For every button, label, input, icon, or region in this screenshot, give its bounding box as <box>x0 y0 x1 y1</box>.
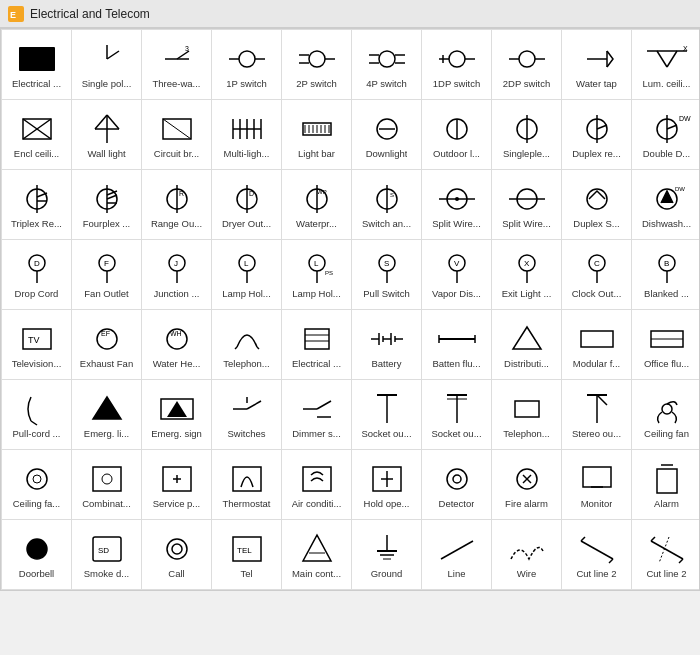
cell-label-16: Outdoor l... <box>433 148 480 159</box>
cell-label-57: Telephon... <box>503 428 549 439</box>
symbol-cell-emerg-sign[interactable]: Emerg. sign <box>142 380 212 450</box>
symbol-cell-socket-ou1[interactable]: Socket ou... <box>352 380 422 450</box>
symbol-cell-stereo-ou[interactable]: Stereo ou... <box>562 380 632 450</box>
lamp-hol1-icon: L <box>225 250 269 288</box>
symbol-cell-double-d[interactable]: DWDouble D... <box>632 100 700 170</box>
symbol-cell-switches[interactable]: Switches <box>212 380 282 450</box>
symbol-cell-vapor-dis[interactable]: VVapor Dis... <box>422 240 492 310</box>
symbol-cell-wire[interactable]: Wire <box>492 520 562 590</box>
symbol-cell-light-bar[interactable]: Light bar <box>282 100 352 170</box>
symbol-cell-circuit-br[interactable]: Circuit br... <box>142 100 212 170</box>
symbol-cell-singleple[interactable]: Singleple... <box>492 100 562 170</box>
cell-label-14: Light bar <box>298 148 335 159</box>
symbol-cell-service-p[interactable]: Service p... <box>142 450 212 520</box>
symbol-cell-multi-light[interactable]: Multi-ligh... <box>212 100 282 170</box>
symbol-cell-lamp-hol1[interactable]: LLamp Hol... <box>212 240 282 310</box>
dishwash-icon: DW <box>645 180 689 218</box>
symbol-cell-1p-switch[interactable]: 1P switch <box>212 30 282 100</box>
symbol-cell-fan-outlet[interactable]: FFan Outlet <box>72 240 142 310</box>
svg-line-211 <box>581 537 585 541</box>
blanked-icon: B <box>645 250 689 288</box>
symbol-cell-single-pole[interactable]: Single pol... <box>72 30 142 100</box>
symbol-cell-blanked[interactable]: BBlanked ... <box>632 240 700 310</box>
symbol-cell-duplex-re[interactable]: Duplex re... <box>562 100 632 170</box>
symbol-cell-modular-f[interactable]: Modular f... <box>562 310 632 380</box>
drop-cord-icon: D <box>15 250 59 288</box>
symbol-cell-electrical2[interactable]: Electrical ... <box>282 310 352 380</box>
service-p-icon <box>155 460 199 498</box>
symbol-cell-cut-line2[interactable]: Cut line 2 <box>562 520 632 590</box>
symbol-cell-three-way[interactable]: 3Three-wa... <box>142 30 212 100</box>
symbol-cell-distributi[interactable]: Distributi... <box>492 310 562 380</box>
symbol-cell-ceiling-fa[interactable]: Ceiling fa... <box>2 450 72 520</box>
symbol-cell-exit-light[interactable]: XExit Light ... <box>492 240 562 310</box>
symbol-cell-monitor[interactable]: Monitor <box>562 450 632 520</box>
symbol-cell-1dp-switch[interactable]: 1DP switch <box>422 30 492 100</box>
symbol-cell-downlight[interactable]: Downlight <box>352 100 422 170</box>
symbol-cell-switch-an[interactable]: SSwitch an... <box>352 170 422 240</box>
symbol-cell-junction[interactable]: JJunction ... <box>142 240 212 310</box>
pull-cord-icon <box>15 390 59 428</box>
symbol-cell-combinat[interactable]: Combinat... <box>72 450 142 520</box>
symbol-cell-drop-cord[interactable]: DDrop Cord <box>2 240 72 310</box>
symbol-cell-smoke-d[interactable]: SDSmoke d... <box>72 520 142 590</box>
symbol-cell-emerg-li[interactable]: Emerg. li... <box>72 380 142 450</box>
symbol-cell-dimmer-s[interactable]: Dimmer s... <box>282 380 352 450</box>
4p-switch-icon <box>365 40 409 78</box>
symbol-cell-water-tap[interactable]: Water tap <box>562 30 632 100</box>
symbol-cell-electrical-box[interactable]: Electrical ... <box>2 30 72 100</box>
symbol-cell-ceiling-fan[interactable]: Ceiling fan <box>632 380 700 450</box>
symbol-cell-fourplex[interactable]: Fourplex ... <box>72 170 142 240</box>
symbol-cell-battery[interactable]: Battery <box>352 310 422 380</box>
symbol-cell-water-he[interactable]: WHWater He... <box>142 310 212 380</box>
svg-line-155 <box>31 421 37 425</box>
symbol-cell-2p-switch[interactable]: 2P switch <box>282 30 352 100</box>
symbol-cell-thermostat[interactable]: Thermostat <box>212 450 282 520</box>
symbol-cell-call[interactable]: Call <box>142 520 212 590</box>
symbol-cell-pull-switch[interactable]: SPull Switch <box>352 240 422 310</box>
symbol-cell-outdoor-l[interactable]: Outdoor l... <box>422 100 492 170</box>
symbol-cell-clock-out[interactable]: CClock Out... <box>562 240 632 310</box>
symbol-cell-lamp-hol2[interactable]: LPSLamp Hol... <box>282 240 352 310</box>
svg-text:R: R <box>179 190 184 197</box>
symbol-cell-dryer-out[interactable]: DDryer Out... <box>212 170 282 240</box>
symbol-cell-air-conditi[interactable]: Air conditi... <box>282 450 352 520</box>
cell-label-51: Emerg. li... <box>84 428 129 439</box>
svg-point-8 <box>239 51 255 67</box>
symbol-cell-hold-ope[interactable]: Hold ope... <box>352 450 422 520</box>
symbol-cell-4p-switch[interactable]: 4P switch <box>352 30 422 100</box>
symbol-cell-fire-alarm[interactable]: Fire alarm <box>492 450 562 520</box>
symbol-cell-exhaust-fan[interactable]: EFExhaust Fan <box>72 310 142 380</box>
symbol-cell-telephon1[interactable]: Telephon... <box>212 310 282 380</box>
symbol-cell-triplex-re[interactable]: Triplex Re... <box>2 170 72 240</box>
symbol-cell-ground[interactable]: Ground <box>352 520 422 590</box>
symbol-cell-television[interactable]: TVTelevision... <box>2 310 72 380</box>
singleple-icon <box>505 110 549 148</box>
symbol-cell-lum-ceil[interactable]: XLum. ceili... <box>632 30 700 100</box>
symbol-cell-doorbell[interactable]: Doorbell <box>2 520 72 590</box>
symbol-cell-line[interactable]: Line <box>422 520 492 590</box>
symbol-cell-alarm[interactable]: Alarm <box>632 450 700 520</box>
svg-line-42 <box>163 119 191 139</box>
symbol-cell-telephon2[interactable]: Telephon... <box>492 380 562 450</box>
svg-text:S: S <box>384 259 389 268</box>
symbol-cell-range-ou[interactable]: RRange Ou... <box>142 170 212 240</box>
symbol-cell-duplex-s[interactable]: Duplex S... <box>562 170 632 240</box>
circuit-br-icon <box>155 110 199 148</box>
symbol-cell-cut-line2b[interactable]: Cut line 2 <box>632 520 700 590</box>
symbol-cell-split-wire1[interactable]: Split Wire... <box>422 170 492 240</box>
svg-text:X: X <box>683 45 688 52</box>
symbol-cell-socket-ou2[interactable]: Socket ou... <box>422 380 492 450</box>
symbol-cell-waterpr[interactable]: WPWaterpr... <box>282 170 352 240</box>
symbol-cell-batten-flu[interactable]: Batten flu... <box>422 310 492 380</box>
symbol-cell-encl-ceil[interactable]: Encl ceili... <box>2 100 72 170</box>
symbol-cell-tel[interactable]: TELTel <box>212 520 282 590</box>
symbol-cell-detector[interactable]: Detector <box>422 450 492 520</box>
symbol-cell-pull-cord[interactable]: Pull-cord ... <box>2 380 72 450</box>
symbol-cell-office-flu[interactable]: Office flu... <box>632 310 700 380</box>
symbol-cell-dishwash[interactable]: DWDishwash... <box>632 170 700 240</box>
symbol-cell-split-wire2[interactable]: Split Wire... <box>492 170 562 240</box>
symbol-cell-2dp-switch[interactable]: 2DP switch <box>492 30 562 100</box>
symbol-cell-wall-light[interactable]: Wall light <box>72 100 142 170</box>
symbol-cell-main-cont[interactable]: Main cont... <box>282 520 352 590</box>
